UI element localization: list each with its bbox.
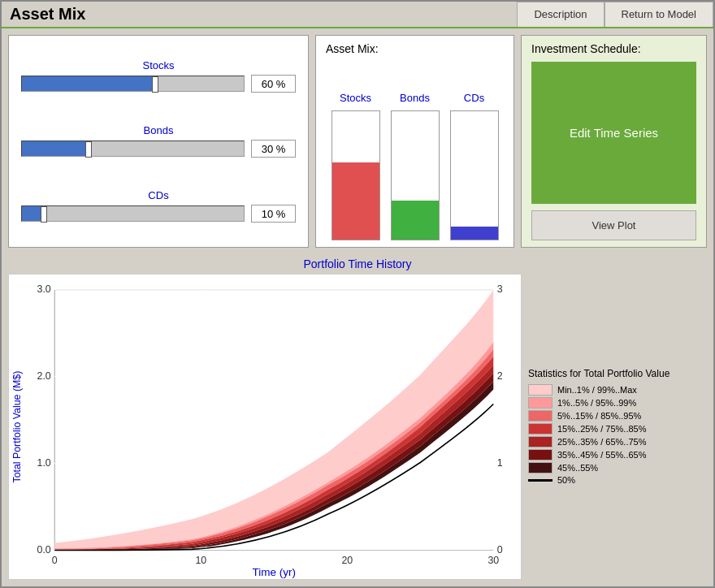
svg-text:Total Portfolio Value (M$): Total Portfolio Value (M$): [11, 370, 23, 482]
portfolio-section: Portfolio Time History Total Portfolio V…: [2, 254, 713, 586]
asset-mix-section: Asset Mix: Stocks Bonds: [315, 35, 514, 248]
investment-title: Investment Schedule:: [531, 42, 696, 55]
top-panel: Stocks 60 % Bonds 30 %: [2, 28, 713, 254]
chart-area: Total Portfolio Value (M$): [8, 274, 522, 580]
legend-label-4: 25%..35% / 65%..75%: [557, 437, 646, 447]
main-window: Asset Mix Description Return to Model St…: [0, 0, 715, 588]
header: Asset Mix Description Return to Model: [2, 2, 713, 28]
asset-bar-stocks: [332, 162, 379, 240]
portfolio-chart: Total Portfolio Value (M$): [9, 275, 521, 579]
slider-row-cds: CDs 10 %: [21, 189, 296, 223]
asset-mix-col-bonds: Bonds: [385, 92, 444, 240]
svg-text:0: 0: [497, 544, 503, 556]
stocks-slider-thumb[interactable]: [152, 76, 158, 93]
legend-line-50: [528, 479, 552, 482]
portfolio-title: Portfolio Time History: [8, 257, 707, 270]
asset-mix-label-bonds: Bonds: [400, 92, 430, 104]
legend-label-6: 45%..55%: [557, 463, 598, 473]
asset-bar-container-stocks: [332, 110, 380, 240]
asset-mix-label-stocks: Stocks: [340, 92, 371, 104]
legend-item-5: 35%..45% / 55%..65%: [528, 449, 707, 460]
bonds-slider-fill: [22, 141, 89, 156]
legend-label-1: 1%..5% / 95%..99%: [557, 398, 636, 408]
asset-mix-charts: Stocks Bonds CDs: [326, 60, 504, 240]
svg-text:20: 20: [341, 555, 353, 566]
legend-label-5: 35%..45% / 55%..65%: [557, 450, 646, 460]
slider-label-cds: CDs: [21, 189, 296, 201]
sliders-section: Stocks 60 % Bonds 30 %: [8, 35, 309, 248]
tab-return-to-model[interactable]: Return to Model: [604, 2, 714, 27]
svg-text:0.0: 0.0: [37, 544, 51, 556]
edit-time-series-button[interactable]: Edit Time Series: [531, 62, 696, 204]
legend-item-2: 5%..15% / 85%..95%: [528, 410, 707, 422]
asset-mix-col-cds: CDs: [444, 92, 504, 240]
svg-text:Time (yr): Time (yr): [253, 566, 297, 578]
legend-label-0: Min..1% / 99%..Max: [557, 385, 637, 395]
legend-item-0: Min..1% / 99%..Max: [528, 384, 707, 396]
tab-description[interactable]: Description: [517, 2, 604, 27]
bonds-slider-thumb[interactable]: [85, 141, 92, 158]
legend-area: Statistics for Total Portfolio Value Min…: [528, 274, 707, 580]
legend-item-4: 25%..35% / 65%..75%: [528, 436, 707, 447]
slider-track-row-stocks: 60 %: [21, 75, 296, 93]
svg-text:3: 3: [497, 283, 503, 295]
slider-label-bonds: Bonds: [21, 124, 296, 136]
bonds-value: 30 %: [251, 140, 296, 158]
legend-swatch-4: [528, 436, 552, 447]
asset-bar-cds: [451, 227, 498, 240]
legend-item-3: 15%..25% / 75%..85%: [528, 423, 707, 435]
legend-swatch-6: [528, 462, 552, 473]
svg-text:30: 30: [488, 555, 499, 566]
asset-bar-bonds: [392, 201, 439, 239]
legend-swatch-0: [528, 384, 552, 396]
legend-swatch-5: [528, 449, 552, 460]
svg-text:10: 10: [195, 555, 206, 566]
cds-slider[interactable]: [21, 205, 245, 222]
legend-item-7: 50%: [528, 475, 707, 485]
cds-value: 10 %: [251, 205, 296, 223]
slider-track-row-bonds: 30 %: [21, 140, 296, 158]
legend-item-6: 45%..55%: [528, 462, 707, 473]
svg-text:2.0: 2.0: [37, 370, 51, 382]
legend-swatch-3: [528, 423, 552, 435]
slider-row-bonds: Bonds 30 %: [21, 124, 296, 158]
investment-section: Investment Schedule: Edit Time Series Vi…: [521, 35, 707, 248]
view-plot-button[interactable]: View Plot: [531, 210, 696, 240]
legend-label-3: 15%..25% / 75%..85%: [557, 424, 646, 434]
page-title: Asset Mix: [2, 2, 517, 27]
legend-item-1: 1%..5% / 95%..99%: [528, 397, 707, 409]
slider-track-row-cds: 10 %: [21, 205, 296, 223]
header-tabs: Description Return to Model: [517, 2, 713, 27]
svg-text:0: 0: [52, 555, 58, 566]
bonds-slider[interactable]: [21, 141, 245, 157]
svg-text:3.0: 3.0: [37, 283, 51, 295]
cds-slider-thumb[interactable]: [41, 206, 47, 223]
asset-bar-container-bonds: [391, 110, 440, 240]
svg-text:1.0: 1.0: [37, 457, 51, 469]
stocks-value: 60 %: [251, 75, 296, 93]
svg-text:1: 1: [497, 457, 503, 469]
legend-label-2: 5%..15% / 85%..95%: [557, 411, 641, 421]
stocks-slider[interactable]: [21, 76, 245, 92]
legend-label-7: 50%: [557, 475, 575, 485]
slider-label-stocks: Stocks: [21, 59, 296, 71]
chart-and-legend: Total Portfolio Value (M$): [8, 274, 707, 580]
asset-bar-container-cds: [450, 110, 499, 240]
legend-swatch-1: [528, 397, 552, 409]
asset-mix-title: Asset Mix:: [326, 42, 504, 55]
stocks-slider-fill: [22, 76, 155, 91]
asset-mix-col-stocks: Stocks: [326, 92, 385, 240]
legend-swatch-2: [528, 410, 552, 422]
svg-text:2: 2: [497, 370, 503, 382]
asset-mix-label-cds: CDs: [464, 92, 484, 104]
slider-row-stocks: Stocks 60 %: [21, 59, 296, 93]
legend-title: Statistics for Total Portfolio Value: [528, 368, 707, 379]
